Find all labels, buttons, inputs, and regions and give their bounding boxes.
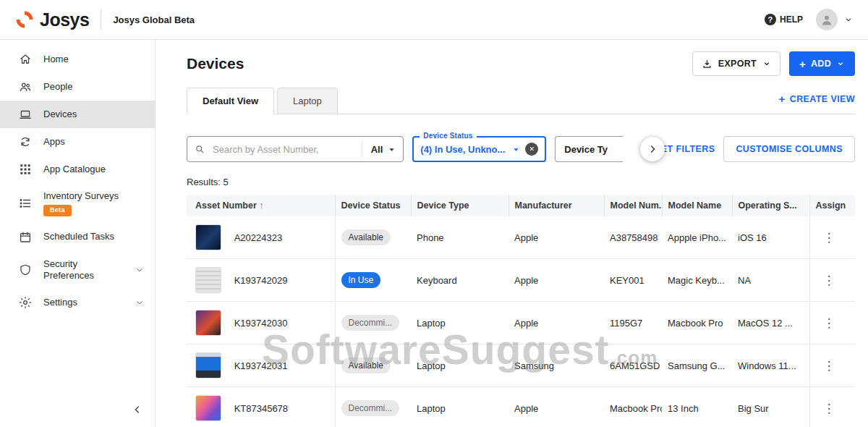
add-label: ADD bbox=[811, 59, 831, 69]
scroll-filters-right-button[interactable] bbox=[640, 137, 665, 161]
table-header-row: Asset Number ↑Device StatusDevice TypeMa… bbox=[187, 195, 855, 216]
device-type: Laptop bbox=[411, 387, 509, 427]
sidebar-item-security-preferences[interactable]: Security Preferences bbox=[0, 251, 155, 289]
sidebar-item-label: People bbox=[43, 81, 72, 93]
device-type-filter[interactable]: Device Ty bbox=[555, 136, 623, 162]
operating-system: Windows 11... bbox=[732, 344, 809, 387]
model-name: 13 Inch bbox=[662, 387, 732, 427]
sidebar-item-label: Settings bbox=[43, 297, 77, 308]
table-row[interactable]: K193742031 Available Laptop Samsung 6AM5… bbox=[187, 344, 855, 387]
manufacturer: Samsung bbox=[509, 344, 604, 387]
column-header-manufacturer[interactable]: Manufacturer bbox=[509, 195, 604, 216]
asset-number: K193742031 bbox=[234, 360, 288, 371]
sidebar-item-apps[interactable]: Apps bbox=[0, 128, 155, 156]
view-tabs: Default ViewLaptop bbox=[187, 88, 338, 114]
account-chevron-down-icon[interactable] bbox=[843, 14, 854, 25]
device-type: Laptop bbox=[411, 302, 509, 344]
help-button[interactable]: ? HELP bbox=[765, 14, 803, 25]
add-button[interactable]: + ADD bbox=[789, 51, 855, 76]
device-status-filter[interactable]: Device Status (4) In Use, Unkno... ✕ bbox=[412, 136, 546, 162]
manufacturer: Apple bbox=[509, 302, 604, 344]
model-name: Samsung G... bbox=[662, 344, 732, 387]
avatar[interactable] bbox=[816, 9, 838, 30]
column-header-asset-number[interactable]: Asset Number ↑ bbox=[187, 195, 335, 216]
sidebar-item-people[interactable]: People bbox=[0, 73, 155, 101]
devices-icon bbox=[19, 108, 32, 121]
josys-logo-icon bbox=[14, 9, 35, 30]
search-icon bbox=[195, 144, 205, 155]
device-status-badge: Available bbox=[341, 229, 391, 245]
tab-default-view[interactable]: Default View bbox=[187, 88, 274, 114]
scope-chevron-down-icon bbox=[388, 145, 396, 153]
device-type: Laptop bbox=[411, 344, 509, 387]
filters-bar: All Device Status (4) In Use, Unkno... ✕… bbox=[187, 136, 855, 162]
devices-table-body: A20224323 Available Phone Apple A3875849… bbox=[187, 216, 855, 427]
model-number: 1195G7 bbox=[604, 302, 662, 344]
device-thumbnail bbox=[195, 267, 221, 293]
sidebar-item-label: Apps bbox=[43, 136, 65, 148]
status-chevron-down-icon bbox=[512, 145, 520, 153]
customise-columns-button[interactable]: CUSTOMISE COLUMNS bbox=[723, 136, 855, 162]
table-row[interactable]: K193742030 Decommi... Laptop Apple 1195G… bbox=[187, 302, 855, 344]
tabs-row: Default ViewLaptop + CREATE VIEW bbox=[187, 88, 855, 114]
page-title: Devices bbox=[187, 55, 244, 72]
topbar-divider bbox=[101, 9, 101, 30]
model-number: Macbook Pro bbox=[604, 387, 662, 427]
apps-icon bbox=[19, 135, 32, 148]
row-actions-kebab-icon[interactable]: ⋮ bbox=[816, 228, 843, 248]
brand-name: Josys bbox=[40, 9, 89, 30]
export-button[interactable]: EXPORT bbox=[692, 51, 780, 76]
brand[interactable]: Josys bbox=[14, 9, 89, 30]
column-header-device-type[interactable]: Device Type bbox=[411, 195, 509, 216]
sidebar-item-inventory-surveys[interactable]: Inventory Surveys Beta bbox=[0, 183, 155, 224]
help-icon: ? bbox=[765, 14, 776, 25]
search-scope-dropdown[interactable]: All bbox=[362, 141, 396, 157]
sidebar-item-app-catalogue[interactable]: App Catalogue bbox=[0, 156, 155, 183]
column-header-assign[interactable]: Assign bbox=[809, 195, 855, 216]
row-actions-kebab-icon[interactable]: ⋮ bbox=[816, 313, 843, 333]
create-view-button[interactable]: + CREATE VIEW bbox=[779, 93, 855, 114]
column-header-model-name[interactable]: Model Name bbox=[662, 195, 732, 216]
column-header-device-status[interactable]: Device Status bbox=[335, 195, 411, 216]
plus-icon: + bbox=[799, 58, 806, 70]
topbar: Josys Josys Global Beta ? HELP bbox=[0, 0, 868, 40]
sidebar-item-label: Devices bbox=[43, 109, 77, 120]
gear-icon bbox=[19, 296, 32, 309]
table-row[interactable]: KT87345678 Decommi... Laptop Apple Macbo… bbox=[187, 387, 855, 427]
main-content: Devices EXPORT + ADD Default ViewLaptop bbox=[156, 40, 868, 427]
device-thumbnail bbox=[195, 224, 221, 250]
search-input[interactable] bbox=[211, 143, 356, 156]
device-type: Phone bbox=[411, 216, 509, 259]
asset-number: A20224323 bbox=[234, 232, 283, 243]
devices-table: Asset Number ↑Device StatusDevice TypeMa… bbox=[187, 195, 855, 427]
asset-number: K193742030 bbox=[234, 318, 288, 329]
model-name: Appple iPho... bbox=[662, 216, 732, 259]
model-number: A38758498 bbox=[604, 216, 662, 259]
column-header-operating-s[interactable]: Operating S... bbox=[732, 195, 809, 216]
column-header-model-num[interactable]: Model Num... bbox=[604, 195, 662, 216]
table-row[interactable]: K193742029 In Use Keyboard Apple KEY001 … bbox=[187, 259, 855, 302]
device-status-badge: In Use bbox=[341, 272, 381, 288]
tab-laptop[interactable]: Laptop bbox=[277, 88, 338, 114]
sidebar-item-settings[interactable]: Settings bbox=[0, 289, 155, 316]
sidebar-item-scheduled-tasks[interactable]: Scheduled Tasks bbox=[0, 224, 155, 251]
download-icon bbox=[702, 59, 712, 69]
row-actions-kebab-icon[interactable]: ⋮ bbox=[816, 356, 843, 376]
sidebar-collapse-button[interactable] bbox=[132, 404, 143, 418]
results-count: Results: 5 bbox=[187, 177, 855, 187]
table-row[interactable]: A20224323 Available Phone Apple A3875849… bbox=[187, 216, 855, 259]
operating-system: Big Sur bbox=[732, 387, 809, 427]
device-type-filter-label: Device Ty bbox=[564, 144, 608, 155]
clear-status-filter-button[interactable]: ✕ bbox=[525, 143, 538, 156]
sidebar-item-home[interactable]: Home bbox=[0, 46, 155, 73]
beta-badge: Beta bbox=[43, 205, 72, 216]
search-scope-value: All bbox=[371, 144, 383, 155]
row-actions-kebab-icon[interactable]: ⋮ bbox=[816, 271, 843, 290]
search-group: All bbox=[187, 136, 404, 162]
row-actions-kebab-icon[interactable]: ⋮ bbox=[816, 399, 843, 418]
sidebar-item-devices[interactable]: Devices bbox=[0, 101, 155, 128]
manufacturer: Apple bbox=[509, 387, 604, 427]
workspace-name: Josys Global Beta bbox=[113, 14, 195, 25]
sidebar-item-label: App Catalogue bbox=[43, 164, 106, 175]
calendar-icon bbox=[19, 231, 32, 244]
